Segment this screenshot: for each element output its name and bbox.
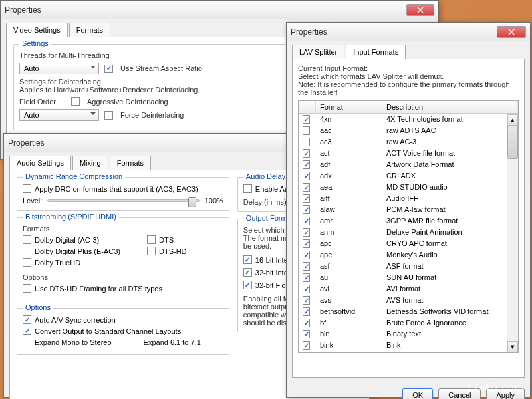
32bitfloat-checkbox[interactable]: [243, 281, 252, 289]
expand-61-checkbox[interactable]: [132, 338, 140, 346]
tab-formats[interactable]: Formats: [110, 156, 151, 170]
format-checkbox[interactable]: [303, 262, 310, 271]
format-checkbox[interactable]: [303, 172, 310, 180]
table-row[interactable]: bfiBrute Force & Ignorance: [299, 317, 518, 329]
table-row[interactable]: aeaMD STUDIO audio: [299, 182, 518, 193]
format-checkbox[interactable]: [303, 285, 310, 293]
table-row[interactable]: 4xm4X Technologies format: [299, 114, 518, 125]
drc-level-slider[interactable]: [47, 200, 199, 202]
table-row[interactable]: aacraw ADTS AAC: [299, 125, 518, 136]
32bit-checkbox[interactable]: [243, 268, 252, 277]
format-checkbox[interactable]: [303, 160, 310, 169]
format-checkbox[interactable]: [303, 183, 310, 192]
dtshd-checkbox[interactable]: [147, 247, 156, 255]
scroll-up-icon[interactable]: ▴: [507, 114, 518, 126]
format-checkbox[interactable]: [303, 126, 310, 135]
format-checkbox[interactable]: [303, 115, 310, 124]
current-format-label: Current Input Format:: [298, 65, 519, 72]
apply-drc-checkbox[interactable]: [23, 184, 31, 193]
ddp-checkbox[interactable]: [23, 247, 31, 255]
tab-lav-splitter[interactable]: LAV Splitter: [292, 45, 344, 59]
convert-output-checkbox[interactable]: [23, 327, 31, 335]
titlebar[interactable]: Properties: [287, 23, 530, 41]
format-description: ACT Voice file format: [382, 148, 518, 158]
dtshd-framing-checkbox[interactable]: [23, 284, 31, 293]
ok-button[interactable]: OK: [402, 388, 433, 399]
format-description: raw AC-3: [382, 137, 518, 147]
table-row[interactable]: adxCRI ADX: [299, 170, 518, 182]
format-checkbox[interactable]: [303, 194, 310, 203]
threads-select[interactable]: Auto: [19, 63, 99, 74]
table-row[interactable]: binkBink: [299, 340, 518, 351]
format-checkbox[interactable]: [303, 228, 310, 237]
table-row[interactable]: aviAVI format: [299, 283, 518, 295]
tab-mixing[interactable]: Mixing: [72, 156, 108, 170]
table-row[interactable]: anmDeluxe Paint Animation: [299, 227, 518, 238]
threads-label: Threads for Multi-Threading: [19, 51, 110, 59]
options-group-title: Options: [23, 303, 53, 311]
table-row[interactable]: ac3raw AC-3: [299, 136, 518, 148]
scroll-down-icon[interactable]: ▾: [507, 341, 518, 352]
format-name: au: [316, 273, 382, 283]
close-icon[interactable]: [406, 4, 434, 16]
tab-input-formats[interactable]: Input Formats: [346, 45, 406, 59]
format-description: PCM A-law format: [382, 205, 518, 215]
format-checkbox[interactable]: [303, 149, 310, 158]
av-sync-checkbox[interactable]: [23, 315, 31, 324]
16bit-checkbox[interactable]: [243, 255, 252, 264]
tab-audio-settings[interactable]: Audio Settings: [9, 156, 71, 170]
format-name: avs: [316, 295, 382, 305]
force-deint-checkbox[interactable]: [104, 111, 113, 120]
table-row[interactable]: binBinary text: [299, 329, 518, 340]
titlebar[interactable]: Properties: [1, 1, 438, 19]
enable-audio-checkbox[interactable]: [243, 184, 252, 193]
format-checkbox[interactable]: [303, 330, 310, 338]
format-description: Audio IFF: [382, 194, 518, 203]
scrollbar[interactable]: ▴ ▾: [507, 114, 518, 352]
format-checkbox[interactable]: [303, 251, 310, 259]
table-row[interactable]: bethsoftvidBethesda Softworks VID format: [299, 306, 518, 317]
format-checkbox[interactable]: [303, 341, 310, 350]
format-name: apc: [316, 239, 382, 249]
format-checkbox[interactable]: [303, 273, 310, 282]
format-description: CRI ADX: [382, 171, 518, 181]
col-format[interactable]: Format: [316, 101, 382, 113]
dd-checkbox[interactable]: [23, 235, 31, 244]
truehd-checkbox[interactable]: [23, 258, 31, 267]
table-row[interactable]: adfArtworx Data Format: [299, 159, 518, 170]
format-checkbox[interactable]: [303, 307, 310, 316]
format-description: Bink: [382, 340, 518, 350]
format-checkbox[interactable]: [303, 239, 310, 248]
format-name: bink: [316, 340, 382, 350]
col-checkbox[interactable]: [299, 101, 316, 113]
tab-video-settings[interactable]: Video Settings: [6, 23, 68, 37]
col-description[interactable]: Description: [382, 101, 518, 113]
format-checkbox[interactable]: [303, 205, 310, 214]
format-checkbox[interactable]: [303, 319, 310, 327]
table-row[interactable]: apcCRYO APC format: [299, 238, 518, 249]
table-row[interactable]: actACT Voice file format: [299, 148, 518, 159]
expand-mono-checkbox[interactable]: [23, 338, 31, 346]
use-stream-aspect-checkbox[interactable]: [104, 65, 113, 73]
dts-checkbox[interactable]: [147, 235, 156, 244]
32bit-label: 32-bit Inte: [255, 269, 288, 277]
table-row[interactable]: amr3GPP AMR file format: [299, 215, 518, 227]
32bitfloat-label: 32-bit Floa: [255, 281, 290, 289]
table-row[interactable]: aiffAudio IFF: [299, 193, 518, 204]
apply-button[interactable]: Apply: [486, 388, 525, 399]
field-order-select[interactable]: Auto: [19, 109, 99, 121]
tab-formats[interactable]: Formats: [69, 23, 110, 37]
format-checkbox[interactable]: [303, 296, 310, 305]
format-checkbox[interactable]: [303, 138, 310, 146]
table-row[interactable]: apeMonkey's Audio: [299, 249, 518, 261]
table-row[interactable]: avsAVS format: [299, 295, 518, 306]
table-row[interactable]: auSUN AU format: [299, 272, 518, 283]
table-row[interactable]: alawPCM A-law format: [299, 204, 518, 215]
scroll-thumb[interactable]: [507, 126, 518, 159]
close-icon[interactable]: [497, 26, 526, 38]
cancel-button[interactable]: Cancel: [438, 388, 481, 399]
aggressive-deint-checkbox[interactable]: [71, 97, 80, 106]
table-row[interactable]: asfASF format: [299, 261, 518, 272]
format-name: act: [316, 148, 382, 158]
format-checkbox[interactable]: [303, 217, 310, 225]
